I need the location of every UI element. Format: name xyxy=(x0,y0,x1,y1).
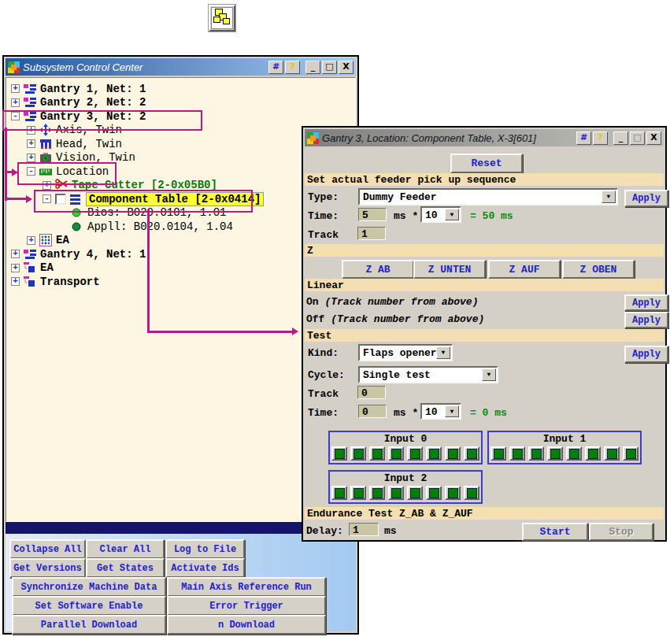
module-icon xyxy=(24,276,36,288)
expand-icon[interactable]: + xyxy=(27,236,35,245)
chevron-down-icon[interactable]: ▼ xyxy=(436,346,450,359)
gantry-icon xyxy=(24,110,36,123)
expand-icon[interactable]: + xyxy=(11,264,20,272)
tree-item-label: Tape Cutter [2-0x05B0] xyxy=(72,179,217,191)
time-input[interactable]: 5 xyxy=(358,208,387,221)
start-button[interactable]: Start xyxy=(522,523,588,541)
maximize-button[interactable]: □ xyxy=(322,61,337,74)
type-value: Dummy Feeder xyxy=(363,191,437,203)
log-to-file-button[interactable]: Log to File xyxy=(165,539,245,559)
tree-item-gantry-2-net-2[interactable]: +Gantry 2, Net: 2 xyxy=(6,96,355,110)
chevron-down-icon[interactable]: ▼ xyxy=(602,191,616,203)
chevron-down-icon[interactable]: ▼ xyxy=(445,405,459,417)
z-auf-button[interactable]: Z AUF xyxy=(488,260,561,279)
led-indicator-on xyxy=(331,446,347,461)
dialog-title: Gantry 3, Location: Component Table, X-3… xyxy=(322,132,536,144)
kind-label: Kind: xyxy=(308,347,339,359)
cycle-combobox[interactable]: Single test ▼ xyxy=(358,366,498,383)
endurance-section-header: Endurance Test Z_AB & Z_AUF xyxy=(305,507,664,520)
test-time-label: Time: xyxy=(308,407,339,419)
chevron-down-icon[interactable]: ▼ xyxy=(445,209,459,220)
collapse-icon[interactable]: - xyxy=(43,194,51,203)
tree-item-label: Gantry 3, Net: 2 xyxy=(40,110,146,123)
collapse-icon[interactable]: - xyxy=(27,167,35,176)
activate-ids-button[interactable]: Activate Ids xyxy=(165,558,245,578)
expand-icon[interactable]: + xyxy=(27,139,35,148)
collapse-icon[interactable]: - xyxy=(11,112,20,120)
help-button[interactable]: ? xyxy=(285,61,300,74)
gantry-icon xyxy=(24,248,36,261)
kind-combobox[interactable]: Flaps opener ▼ xyxy=(358,344,453,361)
test-apply-button[interactable]: Apply xyxy=(624,346,668,363)
get-states-button[interactable]: Get States xyxy=(86,558,165,578)
main-axis-reference-run-button[interactable]: Main Axis Reference Run xyxy=(167,577,326,597)
z-unten-button[interactable]: Z UNTEN xyxy=(413,260,486,279)
close-button[interactable]: X xyxy=(646,131,661,145)
tree-item-label: Vision, Twin xyxy=(56,151,135,164)
vision-icon xyxy=(39,151,52,164)
on-note: (Track number from above) xyxy=(324,296,478,308)
synchronize-machine-data-button[interactable]: Synchronize Machine Data xyxy=(12,577,166,597)
expand-icon[interactable]: + xyxy=(11,98,20,107)
time-result: = 50 ms xyxy=(470,210,513,222)
reset-button[interactable]: Reset xyxy=(450,154,523,173)
input-2-group: Input 2 xyxy=(328,470,483,504)
net-button[interactable]: # xyxy=(576,131,591,145)
dialog-body: Reset Set actual feeder pick up sequence… xyxy=(305,148,664,539)
led-indicator-on xyxy=(490,446,506,461)
tree-item-gantry-1-net-1[interactable]: +Gantry 1, Net: 1 xyxy=(6,82,355,96)
delay-input[interactable]: 1 xyxy=(349,523,379,536)
main-titlebar[interactable]: Subsystem Control Center #?_□X xyxy=(6,58,356,76)
test-time-input[interactable]: 0 xyxy=(358,405,387,418)
linear-on-apply-button[interactable]: Apply xyxy=(624,294,668,311)
error-trigger-button[interactable]: Error Trigger xyxy=(167,596,326,616)
collapse-all-button[interactable]: Collapse All xyxy=(9,539,86,559)
tree-item-label: Transport xyxy=(40,276,100,288)
set-software-enable-button[interactable]: Set Software Enable xyxy=(12,596,166,616)
module-icon xyxy=(24,261,36,274)
clear-all-button[interactable]: Clear All xyxy=(86,539,165,559)
time-label: Time: xyxy=(308,210,339,222)
ea-grid-icon xyxy=(39,234,52,246)
dialog-titlebar[interactable]: Gantry 3, Location: Component Table, X-3… xyxy=(305,129,664,146)
maximize-button[interactable]: □ xyxy=(630,131,645,145)
cascade-windows-button[interactable] xyxy=(209,5,235,31)
component-table-checkbox[interactable] xyxy=(55,194,66,205)
help-button[interactable]: ? xyxy=(593,131,608,145)
time-multiplier-combobox[interactable]: 10 ▼ xyxy=(420,206,461,223)
led-indicator-on xyxy=(464,486,479,500)
led-indicator-on xyxy=(566,446,582,461)
input-0-group: Input 0 xyxy=(328,431,483,464)
get-versions-button[interactable]: Get Versions xyxy=(9,558,86,578)
test-track-label: Track xyxy=(308,388,339,400)
net-button[interactable]: # xyxy=(268,61,283,74)
minimize-button[interactable]: _ xyxy=(305,61,320,74)
command-button-panel: Collapse AllClear AllLog to FileGet Vers… xyxy=(6,534,356,631)
z-oben-button[interactable]: Z OBEN xyxy=(562,260,635,279)
z-ab-button[interactable]: Z AB xyxy=(342,260,414,279)
tree-item-gantry-3-net-2[interactable]: -Gantry 3, Net: 2 xyxy=(6,109,355,124)
parallel-download-button[interactable]: Parallel Download xyxy=(12,615,166,635)
head-icon xyxy=(39,138,52,150)
expand-icon[interactable]: + xyxy=(11,277,20,286)
tree-item-label: Axis, Twin xyxy=(56,124,122,136)
expand-icon[interactable]: + xyxy=(27,154,35,162)
test-section-header: Test xyxy=(305,329,664,342)
kind-value: Flaps opener xyxy=(363,347,437,359)
tree-item-label: Appll: B020.0104, 1.04 xyxy=(87,220,233,233)
minimize-button[interactable]: _ xyxy=(613,131,628,145)
expand-icon[interactable]: + xyxy=(43,181,51,190)
close-button[interactable]: X xyxy=(339,61,354,74)
tree-item-label: Component Table [2-0x0414] xyxy=(86,192,264,206)
expand-icon[interactable]: + xyxy=(11,84,20,93)
feeder-apply-button[interactable]: Apply xyxy=(624,190,668,207)
expand-icon[interactable]: + xyxy=(27,126,35,135)
expand-icon[interactable]: + xyxy=(11,250,20,258)
led-indicator-on xyxy=(407,486,423,500)
chevron-down-icon[interactable]: ▼ xyxy=(482,368,496,381)
n-download-button[interactable]: n Download xyxy=(167,615,326,635)
tree-item-label: Gantry 2, Net: 2 xyxy=(40,96,146,109)
linear-off-apply-button[interactable]: Apply xyxy=(624,312,668,328)
type-combobox[interactable]: Dummy Feeder ▼ xyxy=(358,188,618,205)
test-multiplier-combobox[interactable]: 10 ▼ xyxy=(420,403,461,420)
